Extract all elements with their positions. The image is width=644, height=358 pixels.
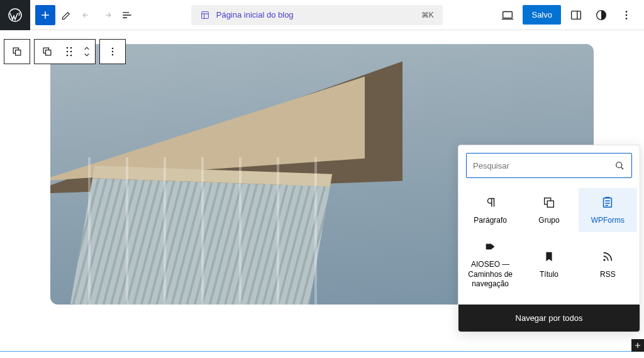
- svg-point-19: [112, 51, 114, 53]
- command-shortcut: ⌘K: [421, 11, 434, 20]
- save-button[interactable]: Salvo: [523, 5, 561, 25]
- block-item-label: Título: [540, 270, 558, 279]
- toolbar-left: [35, 5, 136, 25]
- drag-handle[interactable]: [60, 46, 79, 57]
- block-more-group: [99, 39, 126, 64]
- settings-sidebar-button[interactable]: [566, 5, 586, 25]
- redo-icon: [101, 9, 113, 21]
- svg-point-18: [112, 48, 114, 50]
- block-item-label: Grupo: [538, 216, 559, 225]
- svg-rect-9: [16, 50, 21, 55]
- svg-point-17: [70, 55, 72, 57]
- group-icon: [41, 45, 53, 58]
- move-up-down-icon: [80, 45, 93, 58]
- block-options-button[interactable]: [100, 39, 125, 64]
- svg-rect-1: [201, 11, 208, 18]
- toolbar-right: Salvo: [497, 5, 636, 25]
- block-item-group[interactable]: Grupo: [519, 188, 578, 232]
- document-title-text: Página inicial do blog: [216, 10, 294, 20]
- inserter-results: Parágrafo Grupo WPForms AIOSEO — Caminho…: [458, 186, 640, 305]
- pencil-icon: [60, 9, 73, 21]
- svg-point-5: [626, 11, 628, 13]
- options-button[interactable]: [616, 5, 636, 25]
- block-parent-button-group: [4, 39, 30, 64]
- contrast-icon: [594, 8, 608, 22]
- block-item-rss[interactable]: RSS: [579, 232, 637, 297]
- group-icon: [11, 45, 23, 58]
- block-item-paragraph[interactable]: Parágrafo: [461, 188, 519, 232]
- paragraph-icon: [484, 196, 497, 210]
- redo-button[interactable]: [98, 6, 116, 24]
- svg-point-6: [626, 14, 628, 16]
- svg-rect-11: [46, 50, 51, 55]
- block-controls-group: [34, 39, 96, 64]
- wordpress-icon: [8, 8, 23, 23]
- svg-point-7: [626, 18, 628, 20]
- bookmark-icon: [542, 250, 556, 264]
- svg-point-21: [616, 162, 622, 168]
- document-title-bar[interactable]: Página inicial do blog ⌘K: [191, 5, 443, 25]
- svg-point-20: [112, 54, 114, 56]
- more-vertical-icon: [619, 8, 633, 22]
- toolbar-center: Página inicial do blog ⌘K: [136, 5, 497, 25]
- svg-rect-3: [572, 11, 581, 19]
- block-inserter-button[interactable]: [35, 5, 55, 25]
- block-type-button[interactable]: [35, 39, 60, 64]
- svg-rect-23: [547, 201, 553, 207]
- svg-point-25: [604, 259, 606, 261]
- block-item-label: Parágrafo: [474, 216, 507, 225]
- svg-point-12: [67, 47, 69, 49]
- rss-icon: [601, 250, 614, 264]
- undo-button[interactable]: [78, 6, 96, 24]
- search-icon: [614, 160, 625, 171]
- editor-topbar: Página inicial do blog ⌘K Salvo: [0, 0, 644, 30]
- svg-rect-2: [503, 11, 513, 18]
- decorative-shape: [88, 157, 352, 305]
- drag-icon: [65, 46, 74, 57]
- wordpress-logo[interactable]: [0, 0, 30, 30]
- block-item-heading[interactable]: Título: [519, 232, 578, 297]
- svg-point-16: [67, 55, 69, 57]
- inserter-search-box[interactable]: [466, 153, 632, 178]
- svg-point-15: [70, 51, 72, 53]
- template-icon: [200, 10, 210, 20]
- styles-button[interactable]: [591, 5, 611, 25]
- more-vertical-icon: [106, 45, 119, 58]
- form-icon: [601, 196, 614, 210]
- svg-point-14: [67, 51, 69, 53]
- quick-inserter-popover: Parágrafo Grupo WPForms AIOSEO — Caminho…: [458, 145, 640, 305]
- block-item-label: AIOSEO — Caminhos de navegação: [464, 260, 517, 289]
- svg-point-13: [70, 47, 72, 49]
- plus-icon: [39, 9, 52, 21]
- block-item-wpforms[interactable]: WPForms: [579, 188, 637, 232]
- move-buttons[interactable]: [79, 39, 95, 64]
- block-item-label: WPForms: [591, 216, 625, 225]
- search-input[interactable]: [473, 161, 614, 171]
- view-button[interactable]: [497, 5, 518, 25]
- edit-mode-button[interactable]: [58, 6, 75, 24]
- block-item-label: RSS: [600, 270, 616, 279]
- group-icon: [542, 196, 556, 210]
- select-parent-button[interactable]: [4, 39, 30, 64]
- tag-icon: [484, 240, 497, 254]
- device-icon: [501, 8, 514, 22]
- sidebar-icon: [569, 8, 583, 22]
- list-icon: [121, 9, 133, 21]
- block-item-aioseo-breadcrumbs[interactable]: AIOSEO — Caminhos de navegação: [461, 232, 519, 297]
- undo-icon: [80, 9, 93, 21]
- block-toolbar: [4, 39, 126, 64]
- document-overview-button[interactable]: [118, 6, 136, 24]
